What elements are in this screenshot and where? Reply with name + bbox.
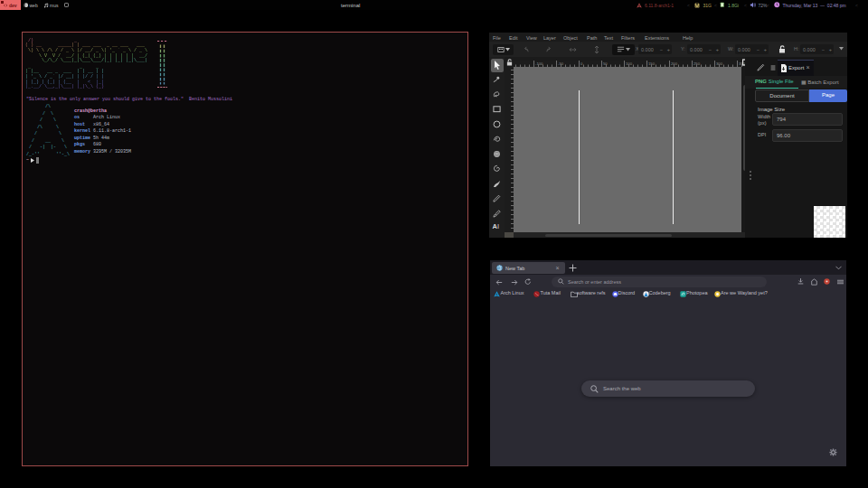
svg-text:-100: -100 bbox=[535, 61, 543, 66]
svg-text:300: 300 bbox=[716, 61, 723, 66]
svg-text:100: 100 bbox=[626, 61, 633, 66]
svg-text:200: 200 bbox=[671, 61, 678, 66]
svg-text:150: 150 bbox=[648, 61, 656, 66]
svg-text:250: 250 bbox=[693, 61, 701, 66]
svg-text:50: 50 bbox=[603, 61, 608, 66]
svg-text:-50: -50 bbox=[558, 61, 564, 66]
